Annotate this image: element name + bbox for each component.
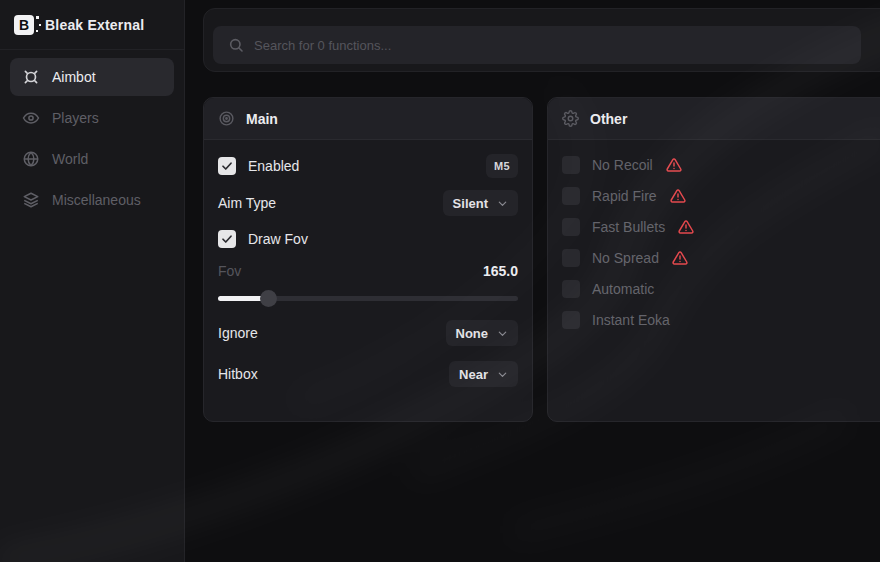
app-logo-icon: B xyxy=(14,15,34,35)
no-spread-row: No Spread xyxy=(562,246,880,270)
enabled-row: Enabled M5 xyxy=(218,154,518,178)
panel-title: Main xyxy=(246,111,278,127)
automatic-checkbox[interactable] xyxy=(562,280,580,298)
ignore-label: Ignore xyxy=(218,325,258,341)
automatic-label: Automatic xyxy=(592,281,654,297)
no-spread-checkbox[interactable] xyxy=(562,249,580,267)
ignore-value: None xyxy=(456,326,489,341)
warning-icon xyxy=(666,157,682,173)
sidebar: B Bleak External Aimbot Players xyxy=(0,0,185,562)
warning-icon xyxy=(678,219,694,235)
fov-row: Fov 165.0 xyxy=(218,261,518,281)
layers-icon xyxy=(22,191,40,209)
gear-icon xyxy=(562,110,579,127)
chevron-down-icon xyxy=(497,369,508,380)
fast-bullets-checkbox[interactable] xyxy=(562,218,580,236)
eye-icon xyxy=(22,109,40,127)
hitbox-select[interactable]: Near xyxy=(449,361,518,387)
draw-fov-label: Draw Fov xyxy=(248,231,308,247)
hitbox-row: Hitbox Near xyxy=(218,361,518,387)
rapid-fire-row: Rapid Fire xyxy=(562,184,880,208)
search-input[interactable] xyxy=(254,38,846,53)
instant-eoka-checkbox[interactable] xyxy=(562,311,580,329)
aim-type-label: Aim Type xyxy=(218,195,276,211)
search-icon xyxy=(228,37,244,53)
fov-slider[interactable] xyxy=(218,290,518,306)
sidebar-item-label: Aimbot xyxy=(52,69,96,85)
sidebar-item-world[interactable]: World xyxy=(10,140,174,178)
no-recoil-label: No Recoil xyxy=(592,157,653,173)
instant-eoka-row: Instant Eoka xyxy=(562,308,880,332)
panel-main: Main Enabled M5 Aim Type Silent xyxy=(203,97,533,422)
aim-type-select[interactable]: Silent xyxy=(443,190,518,216)
automatic-row: Automatic xyxy=(562,277,880,301)
hitbox-value: Near xyxy=(459,367,488,382)
sidebar-nav: Aimbot Players World xyxy=(0,50,184,219)
panel-main-body: Enabled M5 Aim Type Silent Draw Fov Fov xyxy=(204,140,532,401)
no-recoil-row: No Recoil xyxy=(562,153,880,177)
search-box[interactable] xyxy=(213,26,861,64)
panel-other-body: No Recoil Rapid Fire Fast Bullets No Spr… xyxy=(548,140,880,346)
crosshair-icon xyxy=(22,68,40,86)
enabled-checkbox[interactable] xyxy=(218,157,236,175)
panel-other-header: Other xyxy=(548,98,880,140)
chevron-down-icon xyxy=(497,198,508,209)
draw-fov-checkbox[interactable] xyxy=(218,230,236,248)
fov-slider-thumb[interactable] xyxy=(260,290,277,307)
ignore-row: Ignore None xyxy=(218,320,518,346)
keybind-badge[interactable]: M5 xyxy=(486,154,518,178)
topbar xyxy=(203,8,880,72)
sidebar-item-label: World xyxy=(52,151,88,167)
warning-icon xyxy=(672,250,688,266)
globe-icon xyxy=(22,150,40,168)
panel-other: Other No Recoil Rapid Fire Fast Bullets xyxy=(547,97,880,422)
brand: B Bleak External xyxy=(0,0,184,50)
sidebar-item-label: Players xyxy=(52,110,99,126)
instant-eoka-label: Instant Eoka xyxy=(592,312,670,328)
warning-icon xyxy=(670,188,686,204)
rapid-fire-checkbox[interactable] xyxy=(562,187,580,205)
app-title: Bleak External xyxy=(45,17,144,33)
sidebar-item-players[interactable]: Players xyxy=(10,99,174,137)
no-spread-label: No Spread xyxy=(592,250,659,266)
enabled-label: Enabled xyxy=(248,158,299,174)
fast-bullets-label: Fast Bullets xyxy=(592,219,665,235)
fast-bullets-row: Fast Bullets xyxy=(562,215,880,239)
draw-fov-row: Draw Fov xyxy=(218,227,518,251)
aim-type-value: Silent xyxy=(453,196,488,211)
sidebar-item-label: Miscellaneous xyxy=(52,192,141,208)
ignore-select[interactable]: None xyxy=(446,320,519,346)
target-icon xyxy=(218,110,235,127)
rapid-fire-label: Rapid Fire xyxy=(592,188,657,204)
no-recoil-checkbox[interactable] xyxy=(562,156,580,174)
sidebar-item-aimbot[interactable]: Aimbot xyxy=(10,58,174,96)
fov-value: 165.0 xyxy=(483,263,518,279)
aim-type-row: Aim Type Silent xyxy=(218,190,518,216)
fov-label: Fov xyxy=(218,263,241,279)
hitbox-label: Hitbox xyxy=(218,366,258,382)
sidebar-item-miscellaneous[interactable]: Miscellaneous xyxy=(10,181,174,219)
panel-title: Other xyxy=(590,111,627,127)
panel-main-header: Main xyxy=(204,98,532,140)
chevron-down-icon xyxy=(497,328,508,339)
